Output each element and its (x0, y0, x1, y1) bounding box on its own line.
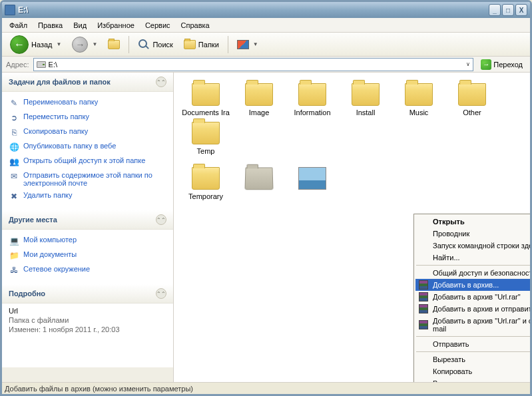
folder-item[interactable]: Documents Ira (179, 81, 232, 119)
drive-icon (37, 61, 46, 68)
folder-icon (298, 83, 326, 106)
menu-view[interactable]: Вид (69, 20, 91, 31)
place-network[interactable]: 🖧Сетевое окружение (9, 263, 166, 278)
task-share[interactable]: 👥Открыть общий доступ к этой папке (9, 154, 166, 169)
cm-open[interactable]: Открыть (415, 216, 530, 228)
cm-add-archive[interactable]: Добавить в архив... (415, 279, 530, 291)
place-my-documents[interactable]: 📁Мои документы (9, 248, 166, 263)
collapse-icon: ⌃⌃ (156, 214, 166, 225)
file-tasks-panel: Задачи для файлов и папок ⌃⌃ ✎Переименов… (2, 73, 173, 210)
cm-share[interactable]: Общий доступ и безопасность... (415, 267, 530, 279)
address-input[interactable]: E:\ ∨ (33, 58, 474, 71)
place-my-computer[interactable]: 💻Мой компьютер (9, 234, 166, 248)
menu-tools[interactable]: Сервис (140, 20, 175, 31)
back-button[interactable]: ← Назад ▼ (6, 33, 65, 57)
detail-modified: Изменен: 1 ноября 2011 г., 20:03 (9, 325, 166, 334)
folders-button[interactable]: Папки (180, 36, 223, 53)
separator (416, 265, 530, 266)
cm-cmd[interactable]: Запуск командной строки здесь (415, 240, 530, 252)
address-bar: Адрес: E:\ ∨ → Переход (2, 57, 530, 73)
cm-send[interactable]: Отправить (415, 338, 530, 350)
cm-copy[interactable]: Копировать (415, 365, 530, 377)
search-icon (138, 39, 149, 50)
task-delete[interactable]: ✖Удалить папку (9, 189, 166, 204)
copy-icon: ⎘ (9, 127, 19, 138)
folder-item-selected[interactable] (232, 164, 286, 203)
cm-add-urlmail[interactable]: Добавить в архив "Url.rar" и отправить п… (415, 315, 530, 335)
folder-item[interactable]: Other (445, 81, 499, 119)
content-area: Задачи для файлов и папок ⌃⌃ ✎Переименов… (2, 73, 530, 382)
cm-add-email[interactable]: Добавить в архив и отправить по e-mail..… (415, 303, 530, 315)
status-text: Добавить файлы в архив (можно изменить п… (5, 385, 193, 393)
folder-item[interactable]: Temp (179, 119, 232, 158)
up-button[interactable] (104, 36, 124, 53)
folder-item[interactable]: Image (232, 81, 286, 119)
folder-icon (458, 83, 486, 106)
cm-explorer[interactable]: Проводник (415, 228, 530, 240)
chevron-down-icon: ▼ (253, 41, 258, 47)
folder-icon (192, 167, 220, 190)
cm-paste[interactable]: Вставить (415, 377, 530, 382)
separator (228, 36, 228, 53)
folder-item[interactable]: Temporary (179, 164, 232, 203)
cm-add-urlrar[interactable]: Добавить в архив "Url.rar" (415, 291, 530, 303)
chevron-down-icon[interactable]: ∨ (466, 61, 470, 67)
explorer-window: E:\ _ □ X Файл Правка Вид Избранное Серв… (0, 0, 532, 396)
window-icon (5, 5, 15, 15)
minimize-button[interactable]: _ (489, 4, 501, 16)
folder-up-icon (108, 40, 120, 49)
image-item[interactable] (286, 164, 339, 203)
window-title: E:\ (18, 5, 489, 15)
task-publish[interactable]: 🌐Опубликовать папку в вебе (9, 140, 166, 154)
menu-file[interactable]: Файл (5, 20, 32, 31)
go-button[interactable]: → Переход (477, 58, 526, 71)
rename-icon: ✎ (9, 98, 19, 108)
menu-favorites[interactable]: Избранное (93, 20, 139, 31)
maximize-button[interactable]: □ (502, 4, 514, 16)
close-button[interactable]: X (515, 4, 527, 16)
share-icon: 👥 (9, 156, 19, 167)
network-icon: 🖧 (9, 265, 19, 276)
detail-type: Папка с файлами (9, 315, 166, 325)
menu-help[interactable]: Справка (176, 20, 214, 31)
details-header[interactable]: Подробно ⌃⌃ (2, 284, 173, 303)
views-icon (237, 40, 249, 49)
cm-find[interactable]: Найти... (415, 252, 530, 264)
go-icon: → (481, 59, 491, 70)
task-email[interactable]: ✉Отправить содержимое этой папки по элек… (9, 169, 166, 189)
task-move[interactable]: ➲Переместить папку (9, 110, 166, 125)
other-places-panel: Другие места ⌃⌃ 💻Мой компьютер 📁Мои доку… (2, 210, 173, 284)
views-button[interactable]: ▼ (233, 37, 262, 52)
details-panel: Подробно ⌃⌃ Url Папка с файлами Изменен:… (2, 284, 173, 367)
folder-item[interactable]: Music (392, 81, 445, 119)
separator (416, 351, 530, 352)
folder-icon (192, 122, 220, 144)
folder-icon (245, 83, 273, 106)
task-copy[interactable]: ⎘Скопировать папку (9, 125, 166, 140)
forward-icon: → (72, 37, 88, 53)
file-tasks-header[interactable]: Задачи для файлов и папок ⌃⌃ (2, 73, 173, 92)
back-icon: ← (10, 35, 29, 54)
status-bar: Добавить файлы в архив (можно изменить п… (2, 382, 530, 394)
other-places-header[interactable]: Другие места ⌃⌃ (2, 210, 173, 230)
chevron-down-icon: ▼ (92, 41, 97, 47)
folder-view[interactable]: Documents Ira Image Information Install … (174, 73, 530, 382)
toolbar: ← Назад ▼ → ▼ Поиск Папки ▼ (2, 33, 530, 57)
folder-item[interactable]: Information (286, 81, 339, 119)
address-text: E:\ (49, 61, 464, 69)
cm-cut[interactable]: Вырезать (415, 353, 530, 365)
search-button[interactable]: Поиск (134, 36, 176, 53)
forward-button[interactable]: → ▼ (68, 34, 101, 55)
context-menu: Открыть Проводник Запуск командной строк… (413, 214, 530, 382)
folder-item[interactable]: Install (339, 81, 392, 119)
task-rename[interactable]: ✎Переименовать папку (9, 96, 166, 110)
folder-icon (192, 83, 220, 106)
detail-name: Url (9, 306, 166, 315)
collapse-icon: ⌃⌃ (156, 288, 166, 299)
titlebar[interactable]: E:\ _ □ X (2, 2, 530, 18)
collapse-icon: ⌃⌃ (156, 77, 166, 87)
rar-icon (419, 320, 428, 329)
menubar: Файл Правка Вид Избранное Сервис Справка (2, 18, 530, 33)
menu-edit[interactable]: Правка (33, 20, 67, 31)
documents-icon: 📁 (9, 250, 19, 261)
